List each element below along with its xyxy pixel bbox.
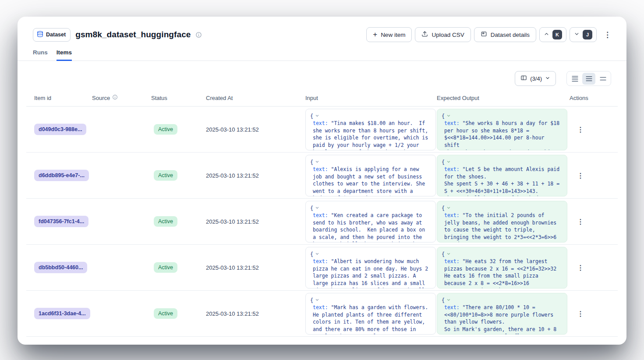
expected-output-json-text: text: "Let S be the amount Alexis paid f… [444,166,563,196]
table-row: db5bbd50-4460... Active 2025-03-10 13:21… [26,245,618,291]
item-id-badge[interactable]: db5bbd50-4460... [34,262,87,273]
item-id-badge[interactable]: 1acd6f31-3dae-4... [34,308,90,319]
table-row: d6ddb895-e4e7-... Active 2025-03-10 13:2… [26,153,618,199]
item-id-badge[interactable]: d6ddb895-e4e7-... [34,170,89,181]
source-info-icon[interactable] [112,94,118,101]
input-json-cell[interactable]: { text: "Ken created a care package to s… [305,201,436,242]
open-brace: { [442,205,445,212]
chevron-up-icon [544,31,549,38]
table-header-row: Item id Source Status Created At Input E… [26,93,618,107]
tab-items[interactable]: Items [57,49,72,61]
input-json-cell[interactable]: { text: "Mark has a garden with flowers.… [305,293,436,335]
item-id-badge[interactable]: d049d0c3-988e... [34,124,86,135]
open-brace: { [442,297,445,304]
columns-icon [520,75,527,82]
row-height-small-option[interactable] [568,73,581,85]
header-kebab-menu[interactable]: ⋮ [600,30,615,39]
status-badge: Active [154,308,177,319]
tab-bar: Runs Items [18,42,626,61]
created-at-value: 2025-03-10 13:21:52 [205,126,304,133]
table-body: d049d0c3-988e... Active 2025-03-10 13:21… [26,107,618,337]
expand-chevron-icon[interactable] [446,113,451,120]
open-brace: { [310,113,313,120]
expected-output-json-cell[interactable]: { text: "There are 80/100 * 10 = <<80/10… [437,293,567,335]
expected-output-json-cell[interactable]: { text: "Let S be the amount Alexis paid… [437,155,567,196]
expected-output-json-cell[interactable]: { text: "He eats 32 from the largest piz… [437,247,567,289]
dataset-info-icon[interactable] [195,32,202,38]
dataset-details-button[interactable]: Dataset details [474,27,536,42]
open-brace: { [310,251,313,258]
tab-runs[interactable]: Runs [33,49,48,61]
input-json-cell[interactable]: { text: "Alexis is applying for a new jo… [305,155,436,196]
row-actions-kebab[interactable]: ⋮ [570,217,584,226]
column-header-created-at: Created At [205,94,304,101]
expand-chevron-icon[interactable] [446,251,451,258]
expected-output-json-text: text: "She works 8 hours a day for $18 p… [444,120,563,150]
row-height-medium-option[interactable] [582,73,595,85]
chevron-down-icon [545,75,550,82]
table-row: fd047356-7fc1-4... Active 2025-03-10 13:… [26,199,618,245]
table-row: d049d0c3-988e... Active 2025-03-10 13:21… [26,107,618,153]
input-json-cell[interactable]: { text: "Albert is wondering how much pi… [305,247,436,289]
expand-chevron-icon[interactable] [315,113,319,120]
input-json-text: text: "Alexis is applying for a new job … [313,166,431,196]
nav-up-button[interactable]: K [539,27,566,42]
new-item-button[interactable]: + New item [366,27,412,42]
open-brace: { [442,113,445,120]
input-json-cell[interactable]: { text: "Tina makes $18.00 an hour. If s… [305,109,436,150]
upload-icon [421,31,428,39]
page-header: Dataset gsm8k_dataset_huggingface + New … [18,17,626,42]
expand-chevron-icon[interactable] [315,205,319,212]
upload-csv-button[interactable]: Upload CSV [415,27,471,42]
new-item-label: New item [381,32,405,38]
expand-chevron-icon[interactable] [446,205,451,212]
nav-down-button[interactable]: J [570,27,597,42]
input-json-text: text: "Mark has a garden with flowers. H… [313,304,431,335]
expand-chevron-icon[interactable] [446,297,451,304]
page-title: gsm8k_dataset_huggingface [75,30,191,39]
folder-icon [481,31,487,39]
created-at-value: 2025-03-10 13:21:52 [205,218,304,225]
open-brace: { [310,297,313,304]
entity-type-badge: Dataset [33,28,71,42]
source-header-label: Source [92,95,110,101]
expand-chevron-icon[interactable] [315,159,319,166]
status-badge: Active [154,216,177,227]
created-at-value: 2025-03-10 13:21:52 [205,172,304,179]
item-id-badge[interactable]: fd047356-7fc1-4... [34,216,88,227]
expand-chevron-icon[interactable] [446,159,451,166]
column-header-expected-output: Expected Output [435,94,568,101]
open-brace: { [310,159,313,166]
created-at-value: 2025-03-10 13:21:52 [205,264,304,271]
open-brace: { [310,205,313,212]
table-toolbar: (3/4) [18,61,626,86]
status-badge: Active [154,170,177,181]
plus-icon: + [373,31,377,38]
row-actions-kebab[interactable]: ⋮ [570,171,584,180]
expected-output-json-text: text: "To the initial 2 pounds of jelly … [444,212,563,242]
columns-selector-button[interactable]: (3/4) [515,71,556,86]
status-badge: Active [154,124,177,135]
column-header-status: Status [150,94,205,101]
row-actions-kebab[interactable]: ⋮ [570,264,584,272]
upload-csv-label: Upload CSV [432,32,464,38]
table-row: 1acd6f31-3dae-4... Active 2025-03-10 13:… [26,291,618,337]
expand-chevron-icon[interactable] [315,297,319,304]
expected-output-json-cell[interactable]: { text: "She works 8 hours a day for $18… [437,109,567,150]
open-brace: { [442,159,445,166]
chevron-down-icon [574,31,580,38]
column-header-actions: Actions [568,94,618,101]
expected-output-json-text: text: "He eats 32 from the largest pizza… [444,258,563,289]
row-height-large-option[interactable] [596,73,609,85]
avatar-k: K [552,30,562,39]
open-brace: { [442,251,445,258]
row-actions-kebab[interactable]: ⋮ [570,310,584,318]
database-icon [37,31,43,39]
created-at-value: 2025-03-10 13:21:52 [205,310,304,317]
expand-chevron-icon[interactable] [315,251,319,258]
avatar-j: J [583,30,592,39]
column-header-input: Input [304,94,435,101]
status-badge: Active [154,262,177,273]
expected-output-json-cell[interactable]: { text: "To the initial 2 pounds of jell… [437,201,567,242]
row-actions-kebab[interactable]: ⋮ [570,125,584,134]
